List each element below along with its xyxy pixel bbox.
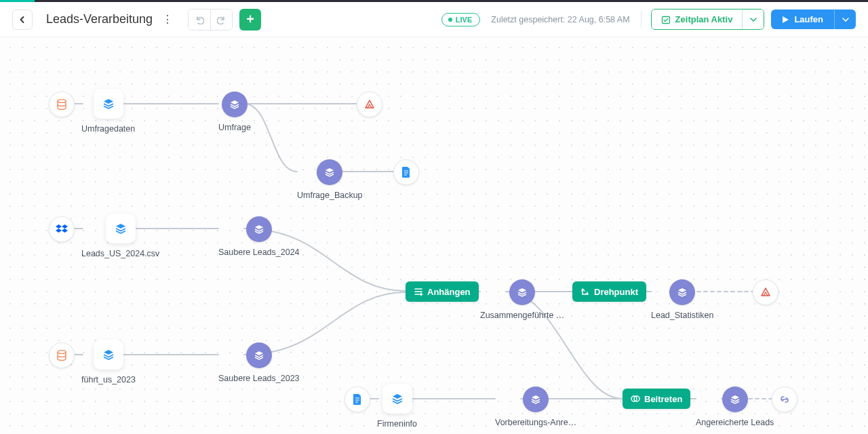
add-button[interactable]: + — [239, 9, 261, 31]
node-saubere-2024[interactable]: Saubere Leads_2024 — [218, 216, 300, 257]
node-leads-us-2023[interactable]: führt_us_2023 — [81, 340, 136, 384]
node-label: Umfrage_Backup — [297, 191, 363, 200]
undo-button[interactable] — [189, 9, 210, 30]
last-saved: Zuletzt gespeichert: 22 Aug, 6:58 AM — [491, 15, 629, 24]
node-label: führt_us_2023 — [81, 375, 136, 384]
calendar-check-icon — [661, 15, 671, 24]
node-source-survey-db[interactable] — [49, 92, 75, 117]
svg-point-2 — [58, 351, 66, 354]
live-dot-icon — [448, 18, 452, 22]
node-umfragedaten[interactable]: Umfragedaten — [81, 89, 135, 134]
layers-icon — [391, 392, 404, 406]
redo-button[interactable] — [210, 9, 232, 30]
node-leads-us-2024[interactable]: Leads_US_2024.csv — [81, 214, 159, 258]
node-label: Angereicherte Leads — [696, 418, 774, 427]
node-enriched[interactable]: Angereicherte Leads — [696, 387, 774, 427]
node-lead-stats[interactable]: Lead_Statistiken — [651, 279, 713, 320]
live-badge-label: LIVE — [456, 16, 472, 24]
layers-icon — [102, 97, 115, 111]
append-icon — [414, 287, 423, 296]
workflow-canvas[interactable]: Umfragedaten Umfrage Umfrage_Backup Lead… — [0, 37, 868, 434]
node-prep-enrich[interactable]: Vorbereitungs-Anre… — [495, 387, 576, 427]
node-label: Lead_Statistiken — [651, 311, 713, 320]
document-icon — [352, 393, 363, 406]
node-append[interactable]: Anhängen — [406, 281, 479, 302]
play-icon — [782, 16, 789, 24]
node-label: Vorbereitungs-Anre… — [495, 418, 576, 427]
more-menu-button[interactable]: ⋮ — [159, 9, 176, 30]
schedule-button[interactable]: Zeitplan Aktiv — [652, 9, 743, 29]
database-icon — [56, 349, 68, 361]
layers-icon — [114, 222, 127, 235]
layers-icon — [253, 223, 265, 235]
pill-label: Drehpunkt — [594, 287, 638, 297]
dropbox-icon — [56, 224, 68, 235]
node-join[interactable]: Beitreten — [623, 389, 690, 409]
layers-icon — [530, 393, 542, 406]
svg-point-1 — [58, 100, 66, 103]
header-divider — [641, 11, 642, 28]
run-button[interactable]: Laufen — [771, 9, 834, 29]
node-pivot[interactable]: Drehpunkt — [572, 281, 646, 302]
run-dropdown[interactable] — [834, 9, 856, 29]
schedule-label: Zeitplan Aktiv — [675, 14, 733, 24]
node-merged[interactable]: Zusammengeführte … — [480, 279, 564, 320]
pill-label: Beitreten — [644, 394, 682, 404]
node-doc-output[interactable] — [393, 159, 419, 185]
node-label: Saubere Leads_2023 — [218, 374, 300, 383]
node-source-db2[interactable] — [49, 342, 75, 368]
layers-icon — [253, 349, 265, 361]
layers-icon — [229, 98, 241, 111]
pill-label: Anhängen — [427, 287, 471, 297]
live-badge: LIVE — [441, 13, 480, 26]
layers-icon — [323, 166, 336, 178]
node-link-output[interactable] — [772, 387, 797, 412]
node-firmeninfo[interactable]: Firmeninfo — [377, 384, 417, 429]
layers-icon — [676, 286, 688, 298]
run-label: Laufen — [794, 14, 823, 24]
node-umfrage-output[interactable] — [357, 92, 382, 117]
layers-icon — [102, 348, 115, 361]
back-button[interactable] — [12, 9, 33, 30]
node-label: Leads_US_2024.csv — [81, 249, 159, 258]
node-label: Firmeninfo — [377, 419, 417, 429]
node-label: Umfrage — [218, 123, 251, 132]
link-icon — [778, 393, 791, 406]
layers-icon — [516, 286, 528, 298]
pivot-icon — [580, 287, 590, 296]
node-source-dropbox[interactable] — [49, 216, 75, 242]
warning-triangle-icon — [760, 286, 772, 298]
node-umfrage[interactable]: Umfrage — [218, 92, 251, 132]
node-umfrage-backup[interactable]: Umfrage_Backup — [297, 159, 363, 200]
database-icon — [56, 98, 68, 111]
node-doc-source[interactable] — [344, 387, 370, 412]
join-icon — [631, 394, 640, 403]
schedule-group: Zeitplan Aktiv — [651, 9, 765, 30]
undo-redo-group — [188, 9, 233, 31]
document-icon — [401, 166, 412, 178]
layers-icon — [729, 393, 741, 406]
node-label: Umfragedaten — [81, 124, 135, 134]
node-label: Saubere Leads_2024 — [218, 248, 300, 257]
node-label: Zusammengeführte … — [480, 311, 564, 320]
node-stats-output[interactable] — [753, 279, 778, 305]
header: Leads-Verarbeitung ⋮ + LIVE Zuletzt gesp… — [0, 2, 868, 37]
warning-triangle-icon — [363, 98, 376, 111]
run-group: Laufen — [771, 9, 856, 29]
page-title: Leads-Verarbeitung — [46, 12, 153, 26]
node-saubere-2023[interactable]: Saubere Leads_2023 — [218, 342, 300, 383]
schedule-dropdown[interactable] — [742, 9, 764, 29]
